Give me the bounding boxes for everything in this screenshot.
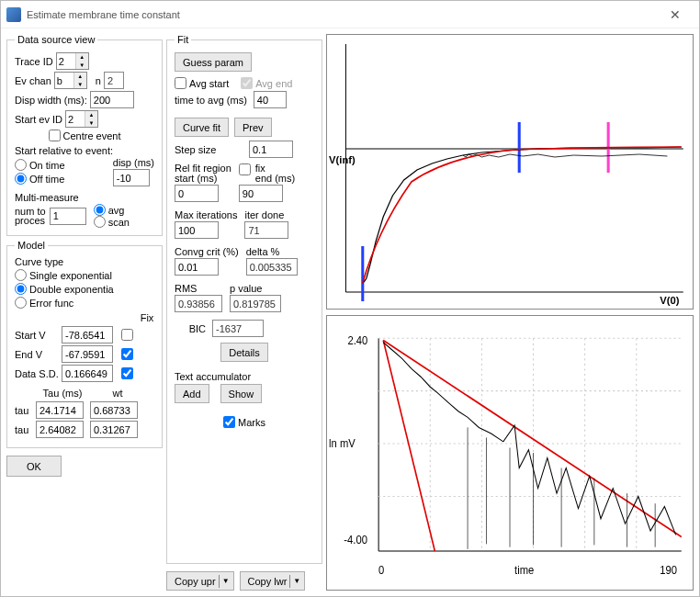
svg-text:time: time (514, 564, 534, 576)
rel-fit-start-input[interactable] (175, 185, 219, 202)
double-exp-radio[interactable]: Double exponentia (15, 283, 114, 295)
start-v-label: Start V (15, 330, 59, 341)
split-line (219, 575, 220, 588)
n-input[interactable] (104, 72, 124, 89)
curve-type-label: Curve type (15, 256, 154, 267)
wt2-input[interactable] (90, 421, 138, 438)
single-exp-radio[interactable]: Single exponential (15, 269, 112, 281)
fix-end-label: fixend (ms) (255, 163, 295, 184)
rms-label: RMS (175, 283, 222, 294)
ev-chan-label: Ev chan (15, 75, 51, 86)
end-v-label: End V (15, 349, 59, 360)
curve-fit-button[interactable]: Curve fit (175, 118, 229, 137)
spin-down-icon[interactable]: ▼ (76, 62, 88, 70)
num-proc-input[interactable] (50, 208, 86, 225)
max-iter-input[interactable] (175, 221, 219, 239)
trace-id-input[interactable] (57, 53, 75, 69)
text-accum-label: Text accumulator (175, 371, 314, 382)
disp-width-input[interactable] (90, 91, 134, 108)
model-legend: Model (15, 240, 48, 251)
spin-up-icon[interactable]: ▲ (85, 111, 97, 119)
rel-fit-label: Rel fit regionstart (ms) (175, 163, 231, 184)
tau2-label: tau (15, 424, 33, 435)
avg-radio[interactable]: avg (94, 204, 125, 216)
copy-lwr-button[interactable]: Copy lwr▼ (240, 571, 306, 591)
fit-group: Fit Guess param Avg start Avg end time t… (166, 34, 322, 564)
on-time-radio[interactable]: On time (15, 159, 65, 171)
show-button[interactable]: Show (220, 384, 263, 403)
bic-label: BIC (175, 323, 206, 334)
guess-param-button[interactable]: Guess param (175, 52, 252, 72)
centre-event-check[interactable]: Centre event (49, 130, 121, 141)
max-iter-label: Max iterations (175, 209, 237, 220)
disp-ms-label: disp (ms) (113, 157, 154, 168)
avg-start-check[interactable]: Avg start (175, 77, 229, 89)
n-label: n (96, 75, 101, 86)
svg-text:0: 0 (378, 564, 385, 576)
data-sd-input[interactable] (62, 365, 113, 382)
avg-end-check: Avg end (241, 77, 292, 89)
svg-text:V(inf): V(inf) (329, 154, 356, 165)
svg-text:ln  mV: ln mV (329, 437, 356, 449)
delta-output (246, 258, 298, 276)
end-v-fix-check[interactable] (121, 348, 133, 360)
time-to-avg-input[interactable] (254, 91, 287, 108)
fix-header: Fix (140, 312, 154, 323)
add-button[interactable]: Add (175, 384, 209, 403)
ok-button[interactable]: OK (6, 456, 62, 477)
lower-chart[interactable]: 2.40 ln mV -4.00 0 time 190 (326, 315, 694, 591)
convg-crit-input[interactable] (175, 258, 219, 276)
start-rel-label: Start relative to event: (15, 145, 154, 156)
tau1-label: tau (15, 405, 33, 416)
details-button[interactable]: Details (220, 343, 268, 362)
off-time-radio[interactable]: Off time (15, 173, 64, 185)
spin-up-icon[interactable]: ▲ (74, 73, 86, 81)
spin-down-icon[interactable]: ▼ (85, 119, 97, 128)
data-sd-fix-check[interactable] (121, 367, 133, 379)
fit-legend: Fit (175, 34, 191, 45)
upper-chart[interactable]: V(inf) V(0) (326, 34, 694, 310)
start-v-fix-check[interactable] (121, 329, 133, 341)
tau-header: Tau (ms) (37, 388, 88, 399)
time-to-avg-label: time to avg (ms) (175, 95, 247, 106)
ev-chan-input[interactable] (55, 73, 73, 88)
trace-id-label: Trace ID (15, 56, 53, 67)
end-v-input[interactable] (62, 345, 113, 363)
wt-header: wt (92, 388, 143, 399)
prev-button[interactable]: Prev (234, 118, 272, 137)
rms-output (175, 295, 222, 312)
chevron-down-icon: ▼ (293, 577, 300, 585)
marks-check[interactable]: Marks (223, 416, 265, 428)
fix-end-check[interactable] (239, 163, 251, 175)
svg-text:V(0): V(0) (660, 295, 680, 306)
pval-output (230, 295, 281, 312)
wt1-input[interactable] (90, 401, 138, 419)
error-func-radio[interactable]: Error func (15, 297, 73, 309)
num-proc-label: num toproces (15, 207, 46, 225)
fix-end-input[interactable] (239, 185, 283, 202)
tau2-input[interactable] (36, 421, 84, 438)
trace-id-spinner[interactable]: ▲▼ (56, 52, 89, 70)
svg-text:190: 190 (660, 564, 677, 576)
start-ev-id-input[interactable] (66, 111, 85, 127)
bic-output (212, 320, 264, 337)
delta-label: delta % (246, 246, 298, 257)
start-v-input[interactable] (62, 326, 113, 344)
split-line (289, 575, 290, 588)
close-button[interactable]: ✕ (657, 2, 694, 28)
spin-up-icon[interactable]: ▲ (76, 53, 88, 62)
app-icon (6, 7, 21, 22)
step-size-label: Step size (175, 144, 246, 155)
data-sd-label: Data S.D. (15, 368, 59, 379)
pval-label: p value (230, 283, 281, 294)
disp-width-label: Disp width (ms): (15, 95, 87, 106)
ev-chan-spinner[interactable]: ▲▼ (54, 72, 87, 89)
iter-done-output (244, 221, 288, 239)
disp-ms-input[interactable] (113, 169, 150, 186)
step-size-input[interactable] (249, 141, 293, 158)
start-ev-id-spinner[interactable]: ▲▼ (65, 110, 98, 128)
tau1-input[interactable] (36, 401, 84, 419)
copy-upr-button[interactable]: Copy upr▼ (166, 571, 234, 591)
spin-down-icon[interactable]: ▼ (74, 81, 86, 89)
scan-radio[interactable]: scan (94, 216, 130, 228)
